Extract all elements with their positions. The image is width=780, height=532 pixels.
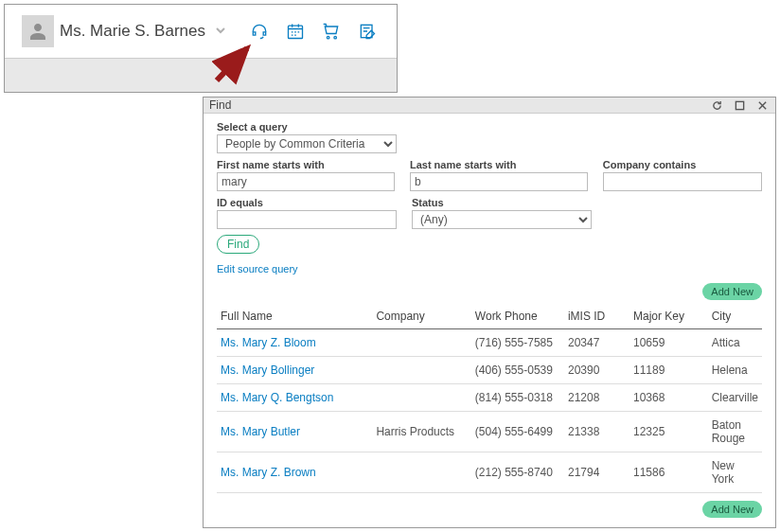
first-name-input[interactable] xyxy=(217,172,395,191)
results-table-wrap: Full Name Company Work Phone iMIS ID Maj… xyxy=(204,300,775,497)
edit-note-icon[interactable] xyxy=(355,19,380,44)
result-city: New York xyxy=(708,452,762,493)
result-name-link[interactable]: Ms. Mary Q. Bengtson xyxy=(221,391,333,404)
company-label: Company contains xyxy=(603,159,762,170)
result-phone: (716) 555-7585 xyxy=(471,329,564,357)
col-major-key[interactable]: Major Key xyxy=(629,304,708,329)
status-label: Status xyxy=(412,197,592,208)
last-name-input[interactable] xyxy=(410,172,588,191)
result-phone: (212) 555-8740 xyxy=(471,452,564,493)
id-equals-input[interactable] xyxy=(217,210,397,229)
result-name-link[interactable]: Ms. Mary Z. Bloom xyxy=(221,336,316,349)
svg-rect-5 xyxy=(736,101,743,109)
result-name-link[interactable]: Ms. Mary Bollinger xyxy=(221,364,314,377)
refresh-icon[interactable] xyxy=(709,98,724,113)
col-imis-id[interactable]: iMIS ID xyxy=(564,304,629,329)
maximize-icon[interactable] xyxy=(732,98,747,113)
last-name-label: Last name starts with xyxy=(410,159,588,170)
result-company xyxy=(372,329,470,357)
result-key: 12325 xyxy=(629,412,708,452)
table-row: Ms. Mary Z. Brown(212) 555-8740217941158… xyxy=(217,452,762,493)
find-titlebar: Find xyxy=(204,98,775,114)
result-city: Clearville xyxy=(708,384,762,412)
result-company xyxy=(372,452,470,493)
find-dialog: Find Select a query People by Common Cri… xyxy=(203,97,776,528)
contact-header-panel: Ms. Marie S. Barnes xyxy=(4,4,398,93)
table-row: Ms. Mary Bollinger(406) 555-053920390111… xyxy=(217,357,762,384)
result-name-link[interactable]: Ms. Mary Z. Brown xyxy=(221,466,316,479)
select-query-label: Select a query xyxy=(217,121,397,133)
result-city: Baton Rouge xyxy=(708,412,762,452)
contact-header-row: Ms. Marie S. Barnes xyxy=(5,5,397,58)
company-input[interactable] xyxy=(603,172,762,191)
calendar-icon[interactable] xyxy=(283,19,308,44)
result-id: 20390 xyxy=(564,357,629,384)
result-id: 21208 xyxy=(564,384,629,412)
result-id: 21794 xyxy=(564,452,629,493)
contact-header-band xyxy=(5,58,397,92)
expand-contact-chevron-icon[interactable] xyxy=(211,24,230,39)
close-icon[interactable] xyxy=(754,98,770,113)
result-id: 20347 xyxy=(564,329,629,357)
result-key: 10368 xyxy=(629,384,708,412)
find-button[interactable]: Find xyxy=(217,235,259,254)
result-key: 11586 xyxy=(629,452,708,493)
result-company xyxy=(372,357,470,384)
result-id: 21338 xyxy=(564,412,629,452)
result-key: 10659 xyxy=(629,329,708,357)
result-name-link[interactable]: Ms. Mary Butler xyxy=(221,425,300,438)
cart-icon[interactable] xyxy=(319,19,344,44)
add-new-button-bottom[interactable]: Add New xyxy=(702,501,762,518)
result-company xyxy=(372,384,470,412)
find-title: Find xyxy=(209,98,701,112)
results-table: Full Name Company Work Phone iMIS ID Maj… xyxy=(217,304,762,493)
add-new-row-top: Add New xyxy=(204,279,775,300)
svg-point-2 xyxy=(334,36,337,38)
add-new-row-bottom: Add New xyxy=(204,497,775,518)
result-company: Harris Products xyxy=(372,412,470,452)
select-query-dropdown[interactable]: People by Common Criteria xyxy=(217,134,397,153)
edit-source-query-link[interactable]: Edit source query xyxy=(217,263,298,275)
col-full-name[interactable]: Full Name xyxy=(217,304,372,329)
result-key: 11189 xyxy=(629,357,708,384)
result-city: Attica xyxy=(708,329,762,357)
table-row: Ms. Mary ButlerHarris Products(504) 555-… xyxy=(217,412,762,452)
status-dropdown[interactable]: (Any) xyxy=(412,210,592,229)
contact-name: Ms. Marie S. Barnes xyxy=(60,22,205,41)
col-company[interactable]: Company xyxy=(372,304,470,329)
result-city: Helena xyxy=(708,357,762,384)
avatar xyxy=(22,15,54,47)
result-phone: (406) 555-0539 xyxy=(471,357,564,384)
first-name-label: First name starts with xyxy=(217,159,395,170)
svg-point-1 xyxy=(327,36,329,38)
col-city[interactable]: City xyxy=(708,304,762,329)
add-new-button-top[interactable]: Add New xyxy=(702,283,762,300)
table-row: Ms. Mary Q. Bengtson(814) 555-0318212081… xyxy=(217,384,762,412)
result-phone: (504) 555-6499 xyxy=(471,412,564,452)
headset-icon[interactable] xyxy=(247,19,272,44)
col-work-phone[interactable]: Work Phone xyxy=(471,304,564,329)
id-equals-label: ID equals xyxy=(217,197,397,208)
find-query-area: Select a query People by Common Criteria… xyxy=(204,114,775,279)
table-row: Ms. Mary Z. Bloom(716) 555-7585203471065… xyxy=(217,329,762,357)
result-phone: (814) 555-0318 xyxy=(471,384,564,412)
